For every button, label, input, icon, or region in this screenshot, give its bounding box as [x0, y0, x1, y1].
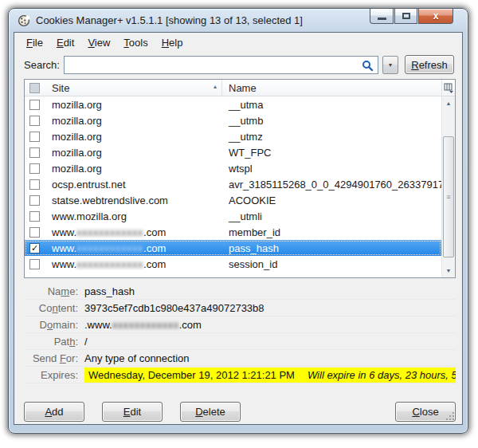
arrow-down-icon: ▼: [446, 268, 452, 273]
close-window-button[interactable]: x: [418, 9, 453, 24]
table-row[interactable]: mozilla.org WT_FPC: [25, 144, 441, 160]
row-checkbox[interactable]: [29, 195, 40, 206]
scroll-up-button[interactable]: ▲: [442, 96, 455, 110]
cookie-detail-panel: Name: pass_hash Content: 3973c5ef7cdb1c9…: [24, 283, 456, 383]
row-checkbox[interactable]: [29, 116, 40, 126]
table-row[interactable]: www.mozilla.org __utmli: [25, 208, 441, 224]
minimize-button[interactable]: [370, 9, 394, 24]
scrollbar-thumb[interactable]: ≡: [443, 136, 454, 257]
detail-row: Domain: .www.xxxxxxxxxxxx.com: [24, 316, 456, 333]
right-button-group: Close: [395, 402, 456, 422]
menu-bar: FileEditViewToolsHelp: [16, 33, 460, 52]
refresh-button[interactable]: Refresh: [405, 55, 454, 74]
resize-grip[interactable]: [453, 419, 454, 420]
detail-row: Path: /: [24, 333, 456, 350]
row-checkbox[interactable]: [29, 211, 40, 222]
cell-site: ocsp.entrust.net: [45, 179, 222, 191]
search-label: Search:: [24, 59, 60, 71]
cell-name: ACOOKIE: [222, 195, 441, 206]
table-row[interactable]: www.xxxxxxxxxxxx.com session_id: [25, 256, 441, 272]
list-header: Site ▴ Name: [25, 80, 455, 96]
cell-site: www.xxxxxxxxxxxx.com: [45, 242, 222, 254]
row-checkbox[interactable]: [29, 163, 40, 174]
table-row[interactable]: ✓ www.xxxxxxxxxxxx.com pass_hash: [25, 240, 441, 256]
cell-site: mozilla.org: [45, 163, 222, 175]
edit-button[interactable]: Edit: [102, 402, 163, 422]
table-row[interactable]: mozilla.org wtspl: [25, 160, 441, 176]
detail-label: Send For:: [24, 352, 84, 364]
cell-name: __utmli: [222, 210, 441, 222]
delete-button[interactable]: Delete: [180, 402, 241, 422]
detail-value: Wednesday, December 19, 2012 1:21:21 PMW…: [84, 367, 456, 383]
cookie-rows: mozilla.org __utma mozilla.org __utmb mo…: [25, 96, 441, 277]
row-checkbox[interactable]: ✓: [29, 243, 40, 253]
list-body: mozilla.org __utma mozilla.org __utmb mo…: [25, 96, 455, 277]
row-checkbox[interactable]: [29, 259, 40, 269]
table-row[interactable]: ocsp.entrust.net avr_3185115268_0_0_4294…: [25, 176, 441, 192]
menu-help[interactable]: Help: [156, 35, 189, 50]
detail-row: Content: 3973c5ef7cdb1c980e437a49072733b…: [24, 300, 456, 316]
row-checkbox[interactable]: [29, 227, 40, 238]
table-row[interactable]: statse.webtrendslive.com ACOOKIE: [25, 192, 441, 208]
maximize-button[interactable]: [394, 9, 417, 24]
cell-site: mozilla.org: [45, 115, 222, 127]
cell-name: WT_FPC: [222, 147, 441, 159]
table-row[interactable]: mozilla.org __utmb: [25, 112, 441, 128]
cookie-list: Site ▴ Name mozilla.org _: [24, 79, 456, 278]
column-header-site[interactable]: Site ▴: [45, 80, 222, 96]
menu-view[interactable]: View: [82, 35, 116, 50]
table-row[interactable]: www.xxxxxxxxxxxx.com member_id: [25, 224, 441, 240]
cell-site: mozilla.org: [45, 147, 222, 159]
close-button[interactable]: Close: [395, 402, 456, 422]
cell-name: pass_hash: [222, 242, 441, 254]
row-checkbox[interactable]: [29, 179, 40, 190]
cell-name: __utmb: [222, 115, 441, 127]
action-button-row: AddEditDelete Close: [24, 402, 456, 422]
search-options-dropdown[interactable]: ▾: [382, 56, 398, 74]
row-checkbox[interactable]: [29, 147, 40, 158]
select-all-checkbox[interactable]: [29, 83, 40, 93]
menu-edit[interactable]: Edit: [51, 35, 80, 50]
column-picker-button[interactable]: [441, 80, 455, 96]
search-row: Search: ▾ Refresh: [24, 53, 454, 76]
minimize-icon: [378, 18, 386, 20]
window-title: Cookies Manager+ v1.5.1.1 [showing 13 of…: [36, 14, 303, 26]
cell-site: www.mozilla.org: [45, 210, 222, 222]
row-checkbox[interactable]: [29, 132, 40, 142]
menu-tools[interactable]: Tools: [118, 35, 153, 50]
menu-file[interactable]: File: [21, 35, 49, 50]
detail-row: Send For: Any type of connection: [24, 350, 456, 367]
table-row[interactable]: mozilla.org __utmz: [25, 128, 441, 144]
cell-name: __utmz: [222, 131, 441, 143]
cell-name: __utma: [222, 99, 441, 111]
cell-name: avr_3185115268_0_0_4294901760_263379174.…: [222, 179, 441, 191]
cell-site: statse.webtrendslive.com: [45, 195, 222, 206]
scroll-down-button[interactable]: ▼: [442, 264, 455, 277]
vertical-scrollbar[interactable]: ▲ ≡ ▼: [441, 96, 455, 277]
detail-row: Name: pass_hash: [24, 283, 456, 300]
scrollbar-track[interactable]: ≡: [442, 110, 455, 264]
table-row[interactable]: mozilla.org __utma: [25, 96, 441, 112]
detail-value: /: [84, 336, 456, 348]
thumb-grip-icon: ≡: [446, 193, 450, 201]
cell-name: member_id: [222, 226, 441, 238]
detail-label: Content:: [24, 302, 84, 314]
detail-value: 3973c5ef7cdb1c980e437a49072733b8: [84, 302, 456, 314]
detail-value: Any type of connection: [84, 352, 456, 364]
detail-value: .www.xxxxxxxxxxxx.com: [84, 319, 456, 331]
cell-site: www.xxxxxxxxxxxx.com: [45, 258, 222, 270]
column-header-name[interactable]: Name: [222, 80, 441, 96]
left-button-group: AddEditDelete: [24, 402, 241, 422]
row-checkbox[interactable]: [29, 100, 40, 110]
detail-label: Expires:: [24, 369, 84, 381]
window-controls: x: [370, 9, 453, 24]
cell-site: www.xxxxxxxxxxxx.com: [45, 226, 222, 238]
search-icon: [362, 60, 374, 72]
arrow-up-icon: ▲: [446, 100, 452, 106]
close-icon: x: [433, 10, 439, 22]
detail-value: pass_hash: [84, 285, 456, 297]
sort-ascending-icon: ▴: [214, 83, 217, 90]
add-button[interactable]: Add: [24, 402, 84, 422]
search-input[interactable]: [65, 57, 378, 73]
cell-name: wtspl: [222, 163, 441, 175]
